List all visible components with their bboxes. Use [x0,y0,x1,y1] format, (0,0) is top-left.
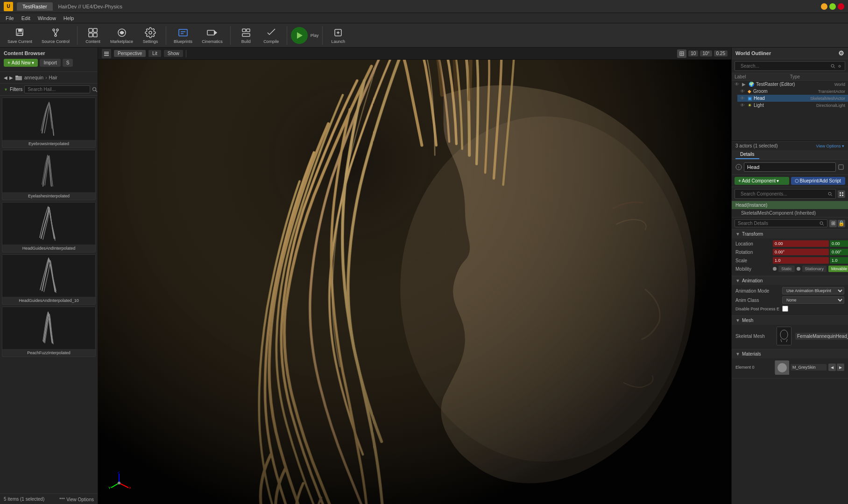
visibility-icon: 👁 [740,96,745,101]
list-item[interactable]: HeadGuidesAndInterpolated_10 [2,254,96,305]
transform-section-header[interactable]: ▼ Transform [732,230,848,238]
svg-point-52 [839,65,841,67]
actor-icon: ◆ [748,89,751,94]
col-type: Type [790,74,846,79]
component-item[interactable]: SkeletalMeshComponent (Inherited) [732,209,848,217]
mat-use-btn[interactable]: ▶ [837,364,844,371]
world-icon: 🌍 [749,82,754,87]
path-sub[interactable]: Hair [49,75,57,80]
source-control-btn[interactable]: Source Control [38,25,73,46]
location-x-input[interactable] [773,240,829,247]
svg-line-7 [56,31,57,35]
svg-point-64 [780,330,788,339]
lit-btn[interactable]: Lit [148,50,161,57]
add-new-btn[interactable]: + Add New ▾ [4,59,38,67]
path-root[interactable]: annequin [24,75,43,80]
comp-view-btn[interactable] [838,190,845,198]
cb-search-input[interactable] [24,85,90,93]
perspective-btn[interactable]: Perspective [114,50,146,57]
search-details-input[interactable] [738,221,820,226]
blueprint-add-script-btn[interactable]: ⬡ Blueprint/Add Script [791,177,846,185]
viewport-canvas[interactable]: X Y Z [98,60,731,504]
scale-x-input[interactable] [773,257,829,264]
vp-ctrl-1[interactable] [677,49,686,58]
outliner-item[interactable]: 👁 ◆ Groom TransientActor [737,88,848,95]
menu-edit[interactable]: Edit [18,14,34,22]
add-component-btn[interactable]: + Add Component ▾ [735,177,789,185]
import-btn[interactable]: Import [40,59,60,67]
filters-label[interactable]: Filters [10,87,22,92]
disable-post-checkbox[interactable] [782,306,788,312]
view-options-link[interactable]: View Options ▾ [816,144,844,148]
outliner-item[interactable]: 👁 ▶ 🌍 TestRaster (Editor) World [732,81,848,88]
materials-content: Element 0 M_GreySkin ◀ ▶ [732,358,848,378]
rotation-label: Rotation [735,250,773,255]
maximize-btn[interactable] [829,3,836,10]
outliner-item-head[interactable]: 👁 ▣ Head SkeletalMeshActor [737,95,848,102]
materials-section: ▼ Materials Element 0 M_GreySkin ◀ ▶ [732,350,848,378]
item-thumbnail [2,307,95,349]
mobility-static-indicator [773,267,777,271]
vp-right-controls: 10 10° 0.25 [677,49,728,58]
item-type: DirectionalLight [816,103,845,108]
comp-search-input[interactable] [738,190,828,197]
filter-icon: ▼ [4,87,8,92]
blueprints-btn[interactable]: Blueprints [170,25,196,46]
viewport-menu-btn[interactable] [102,49,111,58]
mat-browse-btn[interactable]: ◀ [828,364,836,371]
close-btn[interactable] [838,3,844,10]
anim-mode-select[interactable]: Use Animation Blueprint [782,287,844,294]
cb-title: Content Browser [4,50,94,56]
component-list: Head(Instance) SkeletalMeshComponent (In… [732,201,848,217]
marketplace-btn[interactable]: Marketplace [106,25,137,46]
svg-point-28 [93,87,96,91]
menu-file[interactable]: File [2,14,18,22]
materials-section-header[interactable]: ▼ Materials [732,350,848,358]
view-options-btn[interactable]: View Options [59,496,94,502]
nav-back-btn[interactable]: ◀ [4,75,7,80]
menu-help[interactable]: Help [60,14,78,22]
outliner-search-input[interactable] [738,63,831,70]
cinematics-btn[interactable]: Cinematics [198,25,226,46]
rotation-x-input[interactable] [773,249,829,255]
minimize-btn[interactable] [821,3,827,10]
save-current-btn[interactable]: Save Current [4,25,36,46]
show-btn[interactable]: Show [164,50,183,57]
list-item[interactable]: EyelashesInterpolated [2,150,96,200]
movable-mobility-btn[interactable]: Movable [828,266,848,272]
static-mobility-btn[interactable]: Static [778,266,795,272]
details-lock-btn[interactable]: 🔒 [838,220,845,227]
anim-class-row: Anim Class None [735,296,844,304]
rotation-y-input[interactable] [830,249,848,255]
play-btn[interactable] [291,27,308,44]
list-item[interactable]: HeadGuidesAndInterpolated [2,202,96,252]
stationary-mobility-btn[interactable]: Stationary [802,266,827,272]
menu-window[interactable]: Window [34,14,60,22]
toolbar: Save Current Source Control Content Mark… [0,23,848,48]
outliner-settings-icon[interactable]: ⚙ [838,49,844,57]
anim-class-select[interactable]: None [782,296,844,304]
list-item[interactable]: EyebrowsInterpolated [2,98,96,148]
compile-btn[interactable]: Compile [260,25,283,46]
launch-btn[interactable]: Launch [326,25,350,46]
blueprint-icon [838,164,844,170]
material-name: M_GreySkin [791,364,827,371]
scale-label: Scale [735,258,773,263]
settings-btn[interactable]: Settings [139,25,162,46]
viewport[interactable]: Perspective Lit Show 10 10° 0.25 [98,48,731,504]
details-view-btn[interactable]: ⊞ [829,220,837,227]
scale-y-input[interactable] [830,257,848,264]
location-y-input[interactable] [830,240,848,247]
list-item[interactable]: PeachFuzzInterpolated [2,307,96,357]
window-tab[interactable]: TestRaster [17,2,53,11]
mesh-section-header[interactable]: ▼ Mesh [732,316,848,325]
details-tab[interactable]: Details [735,150,759,159]
build-btn[interactable]: Build [234,25,258,46]
component-item[interactable]: Head(Instance) [732,201,848,209]
nav-forward-btn[interactable]: ▶ [9,75,13,80]
actor-name-input[interactable] [744,162,836,172]
outliner-item[interactable]: 👁 ☀ Light DirectionalLight [737,102,848,109]
content-btn[interactable]: Content [81,25,105,46]
animation-section-header[interactable]: ▼ Animation [732,276,848,285]
save-btn[interactable]: S [63,59,73,67]
